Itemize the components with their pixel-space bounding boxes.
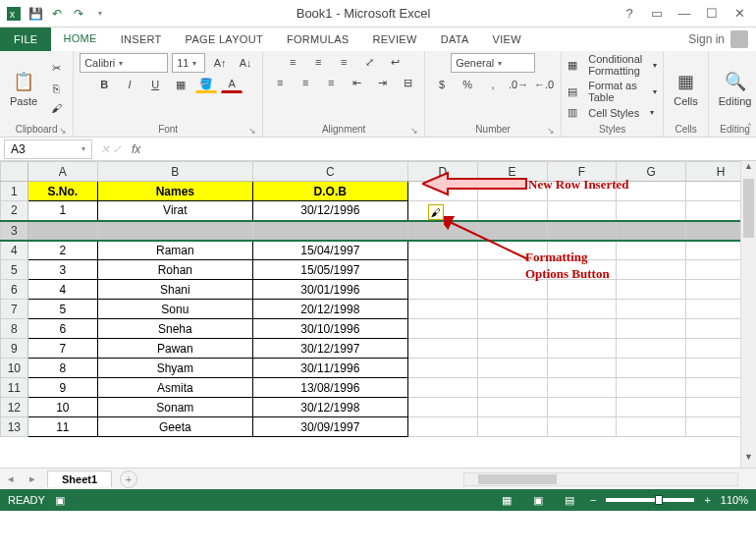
cell-F7[interactable] — [547, 300, 617, 319]
cell-F11[interactable] — [547, 378, 617, 398]
cell-D9[interactable] — [407, 339, 477, 359]
cell-F3[interactable] — [547, 221, 617, 241]
scroll-thumb[interactable] — [743, 179, 754, 238]
cell-E11[interactable] — [477, 378, 547, 398]
cell-D13[interactable] — [407, 417, 477, 437]
cell-G11[interactable] — [617, 378, 686, 398]
cell-B9[interactable]: Pawan — [97, 339, 252, 359]
cell-G3[interactable] — [617, 221, 686, 241]
cell-D12[interactable] — [407, 398, 477, 417]
cell-B6[interactable]: Shani — [97, 280, 252, 300]
row-header-12[interactable]: 12 — [1, 398, 28, 417]
cell-F13[interactable] — [547, 417, 617, 437]
cell-C9[interactable]: 30/12/1997 — [252, 339, 407, 359]
row-header-2[interactable]: 2 — [1, 201, 28, 221]
italic-button[interactable]: I — [119, 76, 140, 93]
tab-data[interactable]: DATA — [429, 28, 481, 51]
cell-C8[interactable]: 30/10/1996 — [252, 319, 407, 339]
decrease-decimal-icon[interactable]: ←.0 — [533, 76, 555, 93]
undo-icon[interactable]: ↶ — [49, 6, 65, 22]
macro-record-icon[interactable]: ▣ — [55, 494, 65, 507]
cell-A10[interactable]: 8 — [27, 359, 97, 378]
cell-E9[interactable] — [477, 339, 547, 359]
cell-A1[interactable]: S.No. — [27, 182, 97, 201]
row-header-13[interactable]: 13 — [1, 417, 28, 437]
qat-dropdown-icon[interactable]: ▾ — [92, 6, 108, 22]
cell-F9[interactable] — [547, 339, 617, 359]
merge-icon[interactable]: ⊟ — [397, 74, 418, 91]
tab-home[interactable]: HOME — [51, 28, 108, 51]
cell-A9[interactable]: 7 — [27, 339, 97, 359]
insert-options-button[interactable]: 🖌 — [428, 204, 444, 220]
bold-button[interactable]: B — [93, 76, 115, 93]
tab-formulas[interactable]: FORMULAS — [275, 28, 361, 51]
number-format-select[interactable]: General▾ — [451, 53, 535, 73]
cell-B2[interactable]: Virat — [97, 201, 252, 221]
font-size-select[interactable]: 11▾ — [172, 53, 205, 73]
font-name-select[interactable]: Calibri▾ — [80, 53, 168, 73]
align-center-icon[interactable]: ≡ — [295, 74, 316, 91]
align-middle-icon[interactable]: ≡ — [307, 53, 329, 71]
comma-icon[interactable]: , — [482, 76, 504, 93]
tab-insert[interactable]: INSERT — [109, 28, 174, 51]
zoom-level[interactable]: 110% — [721, 494, 748, 506]
cell-A11[interactable]: 9 — [27, 378, 97, 398]
accounting-icon[interactable]: $ — [431, 76, 453, 93]
page-layout-view-icon[interactable]: ▣ — [527, 494, 549, 507]
row-header-8[interactable]: 8 — [1, 319, 28, 339]
collapse-ribbon-icon[interactable]: ˄ — [747, 122, 752, 133]
cell-E7[interactable] — [477, 300, 547, 319]
formula-input[interactable] — [146, 139, 756, 159]
scroll-down-icon[interactable]: ▼ — [741, 452, 756, 468]
col-header-B[interactable]: B — [97, 162, 252, 182]
cell-A12[interactable]: 10 — [27, 398, 97, 417]
editing-button[interactable]: 🔍Editing — [715, 68, 756, 109]
increase-indent-icon[interactable]: ⇥ — [371, 74, 393, 91]
row-header-9[interactable]: 9 — [1, 339, 28, 359]
cell-E10[interactable] — [477, 359, 547, 378]
cell-D8[interactable] — [407, 319, 477, 339]
number-launcher-icon[interactable]: ↘ — [547, 126, 555, 136]
cell-C2[interactable]: 30/12/1996 — [252, 201, 407, 221]
cell-D10[interactable] — [407, 359, 477, 378]
cell-A5[interactable]: 3 — [27, 260, 97, 280]
row-header-6[interactable]: 6 — [1, 280, 28, 300]
cancel-formula-icon[interactable]: ✕ — [100, 142, 110, 156]
cell-E12[interactable] — [477, 398, 547, 417]
cell-G8[interactable] — [617, 319, 686, 339]
align-left-icon[interactable]: ≡ — [269, 74, 291, 91]
name-box[interactable]: A3▾ — [4, 139, 92, 159]
cell-E13[interactable] — [477, 417, 547, 437]
hscroll-thumb[interactable] — [478, 474, 557, 484]
orientation-icon[interactable]: ⤢ — [358, 53, 380, 71]
cell-E8[interactable] — [477, 319, 547, 339]
row-header-5[interactable]: 5 — [1, 260, 28, 280]
underline-button[interactable]: U — [144, 76, 166, 93]
percent-icon[interactable]: % — [457, 76, 478, 93]
ribbon-options-icon[interactable]: ▭ — [644, 6, 670, 21]
tab-review[interactable]: REVIEW — [360, 28, 428, 51]
select-all-corner[interactable] — [1, 162, 28, 182]
redo-icon[interactable]: ↷ — [71, 6, 86, 22]
alignment-launcher-icon[interactable]: ↘ — [410, 126, 418, 136]
fx-icon[interactable]: fx — [126, 142, 146, 156]
cell-F12[interactable] — [547, 398, 617, 417]
cell-A13[interactable]: 11 — [27, 417, 97, 437]
horizontal-scrollbar[interactable] — [463, 472, 738, 486]
copy-icon[interactable]: ⎘ — [45, 80, 67, 97]
sheet-tab[interactable]: Sheet1 — [47, 471, 112, 487]
cell-B5[interactable]: Rohan — [97, 260, 252, 280]
cell-D4[interactable] — [407, 241, 477, 260]
tab-file[interactable]: FILE — [0, 28, 51, 51]
cell-B1[interactable]: Names — [97, 182, 252, 201]
row-header-11[interactable]: 11 — [1, 378, 28, 398]
zoom-slider[interactable] — [606, 498, 694, 502]
cell-G6[interactable] — [617, 280, 686, 300]
normal-view-icon[interactable]: ▦ — [496, 494, 517, 507]
cell-C3[interactable] — [252, 221, 407, 241]
cell-B13[interactable]: Geeta — [97, 417, 252, 437]
row-header-7[interactable]: 7 — [1, 300, 28, 319]
cell-E2[interactable] — [477, 201, 547, 221]
cell-G4[interactable] — [617, 241, 686, 260]
cell-G12[interactable] — [617, 398, 686, 417]
